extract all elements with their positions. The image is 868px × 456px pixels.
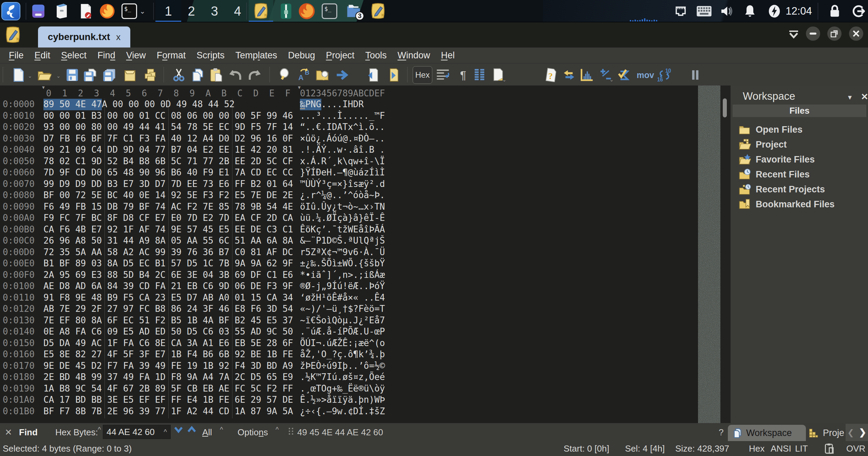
taskbar-app-archive[interactable]	[278, 3, 295, 19]
hex-row[interactable]: 0:00607D 9F CD D0 65 48 90 96 B6 40 F9 E…	[0, 167, 698, 178]
package-button[interactable]	[123, 68, 137, 82]
menu-debug[interactable]: Debug	[288, 50, 315, 61]
bottom-tab-projects[interactable]: Proje	[809, 425, 846, 441]
desktop-pager-2[interactable]: 2	[183, 3, 200, 19]
hex-row[interactable]: 0:01802E BD 4B 99 37 49 FA 1D F8 9A A4 7…	[0, 372, 698, 383]
workspace-section-header[interactable]: Files	[733, 104, 866, 117]
hex-mode-toggle[interactable]: Hex	[413, 66, 432, 84]
menu-file[interactable]: File	[9, 50, 24, 61]
save-button[interactable]	[65, 68, 79, 82]
hex-row[interactable]: 0:01400E A8 FA C6 09 E5 AD ED 50 D5 C6 0…	[0, 326, 698, 338]
hex-row[interactable]: 0:01A0CA 17 BD BB 3E E5 EF EF FF E4 1B F…	[0, 394, 698, 406]
hex-row[interactable]: 0:0160E5 8E 82 27 4F 5F 3F E7 1B F4 B6 6…	[0, 349, 698, 360]
menu-help[interactable]: Hel	[441, 50, 455, 61]
dec-hex-toggle-button[interactable]: 1016	[656, 68, 673, 82]
add-subtract-button[interactable]: ⌄	[599, 68, 613, 82]
window-close-button[interactable]	[849, 26, 863, 41]
undo-button[interactable]	[229, 68, 243, 82]
word-wrap-button[interactable]	[436, 68, 450, 82]
hex-row[interactable]: 0:0100AE D8 AD 6A 84 39 CD FA 21 EB C6 9…	[0, 281, 698, 292]
find-button[interactable]	[278, 68, 292, 82]
app-icon-terminal[interactable]: $_	[121, 3, 138, 19]
columns-button[interactable]	[472, 68, 487, 82]
disassembly-button[interactable]: mov	[636, 68, 655, 82]
hex-row[interactable]: 0:002093 00 00 80 00 49 44 41 54 78 5E E…	[0, 121, 698, 133]
new-file-dropdown-icon[interactable]: ⌄	[28, 73, 32, 79]
replace-button[interactable]: AB	[297, 68, 312, 82]
menu-find[interactable]: Find	[97, 50, 115, 61]
tray-clock[interactable]: 12:04	[785, 3, 813, 19]
desktop-pager-4[interactable]: 4	[229, 3, 246, 19]
hex-row[interactable]: 0:01901A B8 9C 54 4F 67 2B 89 5F CB EB A…	[0, 383, 698, 395]
multiple-files-button[interactable]	[142, 68, 156, 82]
desktop-pager-3[interactable]: 3	[206, 3, 223, 19]
hex-row[interactable]: 0:0120AB 7E 29 2F 27 97 FC B8 86 24 3F 4…	[0, 303, 698, 315]
histogram-button[interactable]	[580, 68, 594, 82]
save-as-button[interactable]	[83, 68, 97, 82]
tray-volume-icon[interactable]	[719, 3, 735, 19]
options-caret-icon[interactable]: ^	[276, 426, 279, 434]
find-all-button[interactable]: All	[202, 427, 212, 438]
hex-row[interactable]: 0:00A0F9 FC 7F BC 8F D8 CF E7 E0 7D E2 7…	[0, 212, 698, 224]
menu-edit[interactable]: Edit	[35, 50, 51, 61]
help-icon[interactable]: ?	[719, 427, 723, 438]
status-encoding[interactable]: ANSI	[771, 443, 791, 454]
redo-button[interactable]	[247, 68, 261, 82]
status-overtype[interactable]: OVR	[846, 443, 865, 454]
app-launcher-kali[interactable]	[2, 3, 20, 20]
cut-button[interactable]	[172, 68, 186, 82]
find-prev-icon[interactable]	[187, 426, 196, 433]
find-next-icon[interactable]	[174, 426, 183, 433]
copy-button[interactable]	[191, 68, 205, 82]
tray-notifications-icon[interactable]	[742, 3, 757, 19]
input-caret-icon[interactable]: ^	[164, 428, 167, 436]
menu-view[interactable]: View	[126, 50, 146, 61]
prev-bookmark-button[interactable]	[366, 68, 380, 82]
open-file-button[interactable]	[37, 68, 52, 82]
checksum-button[interactable]	[617, 68, 631, 82]
selection-mode-button[interactable]: ⌄	[491, 68, 505, 82]
workspace-close-icon[interactable]: ✕	[861, 92, 868, 102]
hex-row[interactable]: 0:00E0B1 BF 89 03 8A D5 EC B1 57 D5 1C 7…	[0, 258, 698, 269]
menu-project[interactable]: Project	[326, 50, 354, 61]
status-lit[interactable]: LIT	[795, 443, 808, 454]
taskbar-app-slickedit[interactable]	[250, 3, 271, 19]
tabs-scroll-right-icon[interactable]: ❯	[859, 427, 866, 438]
workspace-item-favorite-files[interactable]: Favorite Files	[731, 152, 868, 167]
tray-network-icon[interactable]	[673, 3, 688, 19]
workspace-menu-caret-icon[interactable]: ▾	[848, 93, 852, 102]
clipboard-status-icon[interactable]	[825, 443, 835, 454]
hex-row[interactable]: 0:000089 50 4E 47 0D 0A 1A 0A 00 00 00 0…	[0, 99, 698, 110]
find-options-button[interactable]: Options	[238, 427, 268, 438]
status-mode[interactable]: Hex	[749, 443, 765, 454]
tab-close-icon[interactable]: x	[116, 32, 120, 42]
workspace-item-bookmarked-files[interactable]: Bookmarked Files	[731, 197, 868, 212]
hex-row[interactable]: 0:01307E EF 80 8A 6F EC 51 F2 B5 1B 4A B…	[0, 315, 698, 326]
file-properties-button[interactable]: ?	[544, 68, 558, 82]
tabs-scroll-left-icon[interactable]: ❮	[847, 428, 854, 437]
taskbar-app-firefox[interactable]	[297, 3, 316, 19]
window-minimize-button[interactable]	[806, 26, 820, 41]
find-close-icon[interactable]: ✕	[5, 427, 12, 438]
app-icon-firefox[interactable]	[99, 3, 115, 19]
hex-row[interactable]: 0:01709E DE 45 D2 F7 FA 39 49 FE 19 1B 9…	[0, 360, 698, 372]
goto-button[interactable]	[335, 68, 350, 82]
paste-button[interactable]	[209, 68, 223, 82]
hex-row[interactable]: 0:0090F6 49 FB 15 DB 79 BF 74 AC F2 7E 8…	[0, 201, 698, 213]
hex-row[interactable]: 0:00F02A 95 69 E3 88 5D B4 2C 6E 3E 04 3…	[0, 269, 698, 281]
hex-row[interactable]: 0:00C026 96 A8 50 31 44 A9 8A 05 AA 55 6…	[0, 235, 698, 247]
workspace-item-recent-files[interactable]: Recent Files	[731, 167, 868, 182]
new-file-button[interactable]	[12, 68, 26, 82]
hex-row[interactable]: 0:00D072 35 5A AA 58 A2 AC 99 39 76 36 B…	[0, 247, 698, 258]
document-tab[interactable]: cyberpunk.txt x	[38, 26, 130, 48]
bottom-tab-workspace[interactable]: Workspace	[728, 425, 806, 441]
tray-lock-icon[interactable]	[827, 3, 842, 19]
menu-window[interactable]: Window	[398, 50, 430, 61]
workspace-item-open-files[interactable]: Open Files	[731, 122, 868, 137]
hex-row[interactable]: 0:0030D7 FB F6 BF 7F C1 F3 FA 40 12 A4 D…	[0, 133, 698, 145]
toolbar-grip-handle[interactable]	[289, 428, 294, 435]
save-all-button[interactable]	[102, 68, 117, 82]
hex-row[interactable]: 0:007099 D9 D9 DD B3 E7 3D D7 7D EE 73 E…	[0, 178, 698, 190]
app-icon-file-manager[interactable]	[54, 3, 70, 19]
taskbar-app-files[interactable]: 3	[345, 3, 362, 19]
